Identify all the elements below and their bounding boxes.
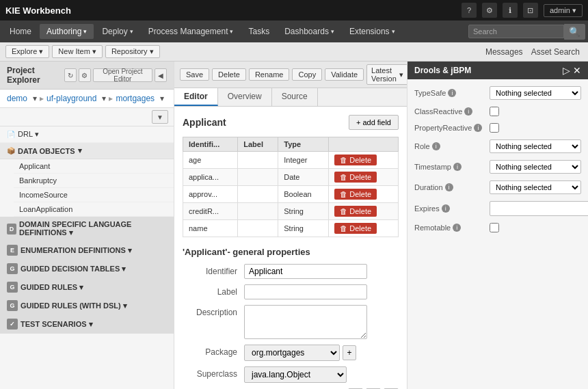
menu-home[interactable]: Home [3,24,38,39]
tab-overview[interactable]: Overview [218,88,272,106]
demo-arrow[interactable]: ▾ [33,94,37,103]
brand-area: KIE Workbench [5,5,71,16]
dsl-header[interactable]: D DOMAIN SPECIFIC LANGUAGE DEFINITIONS ▾ [0,217,174,241]
duration-info-icon[interactable]: i [445,183,453,191]
expand-all-button[interactable]: ▼ [152,110,168,124]
delete-approv-button[interactable]: 🗑 Delete [334,189,377,200]
classreactive-checkbox[interactable] [490,107,499,116]
right-panel-close-button[interactable]: ✕ [573,65,581,76]
package-select[interactable]: org.mortgages [244,345,340,361]
sidebar-collapse-button[interactable]: ◀ [155,68,167,82]
delete-age-button[interactable]: 🗑 Delete [334,155,377,165]
identifier-input[interactable] [244,264,367,279]
save-button[interactable]: Save [180,68,209,81]
col-identifier: Identifi... [183,137,238,152]
typesafe-info-icon[interactable]: i [448,89,456,97]
menu-extensions[interactable]: Extensions▾ [343,24,402,39]
data-objects-header[interactable]: 📦 DATA OBJECTS ▾ [0,143,174,159]
copy-button[interactable]: Copy [292,68,322,81]
expires-input[interactable] [490,201,588,216]
superclass-select[interactable]: java.lang.Object [244,366,347,383]
tab-source[interactable]: Source [272,88,318,106]
role-info-icon[interactable]: i [432,142,440,150]
enum-header[interactable]: E ENUMERATION DEFINITIONS ▾ [0,241,174,259]
typesafe-select[interactable]: Nothing selected [490,86,581,100]
breadcrumb-mortgages[interactable]: mortgages [116,94,155,103]
menu-dashboards[interactable]: Dashboards▾ [278,24,341,39]
explore-btn[interactable]: Explore ▾ [5,45,49,58]
grdsl-header[interactable]: G GUIDED RULES (WITH DSL) ▾ [0,297,174,314]
classreactive-info-icon[interactable]: i [464,107,472,116]
breadcrumb: demo ▾ ▸ uf-playground ▾ ▸ mortgages ▾ [0,90,174,108]
open-project-editor-button[interactable]: Open Project Editor [93,68,152,82]
form-row-label: Label [183,284,399,299]
rename-button[interactable]: Rename [249,68,290,81]
applicant-title: Applicant [183,117,226,128]
breadcrumb-playground[interactable]: uf-playground [46,94,96,103]
delete-toolbar-button[interactable]: Delete [212,68,246,81]
version-label: Latest Version [371,66,397,83]
row-label-creditr [238,203,278,220]
list-item-incomesource[interactable]: IncomeSource [14,188,174,202]
list-item-loanapplication[interactable]: LoanApplication [14,202,174,217]
refresh-button[interactable]: ↻ [64,68,77,82]
admin-menu-button[interactable]: admin ▾ [544,4,583,17]
data-objects-list: Applicant Bankruptcy IncomeSource LoanAp… [0,159,174,217]
mortgages-arrow[interactable]: ▾ [160,94,164,103]
gdt-header[interactable]: G GUIDED DECISION TABLES ▾ [0,260,174,278]
label-label: Label [183,284,244,297]
tab-editor[interactable]: Editor [174,88,218,106]
messages-link[interactable]: Messages [483,46,526,58]
main-layout: Project Explorer ↻ ⚙ Open Project Editor… [0,62,588,389]
package-add-button[interactable]: + [343,345,356,360]
window-button[interactable]: ⊡ [523,3,538,18]
timestamp-select[interactable]: Nothing selected [490,160,581,174]
delete-creditr-button[interactable]: 🗑 Delete [334,206,377,217]
delete-name-button[interactable]: 🗑 Delete [334,223,377,234]
package-label: Package [183,345,244,357]
role-select[interactable]: Nothing selected [490,139,581,153]
col-actions [329,137,399,152]
delete-applica-button[interactable]: 🗑 Delete [334,172,377,183]
version-selector[interactable]: Latest Version ▾ [366,64,407,85]
propertyreactive-info-icon[interactable]: i [474,124,482,132]
repository-btn[interactable]: Repository ▾ [105,45,160,58]
description-textarea[interactable] [244,305,367,339]
duration-select[interactable]: Nothing selected [490,180,581,194]
table-row: creditR... String 🗑 Delete [183,203,399,220]
timestamp-info-icon[interactable]: i [453,163,462,171]
list-item-bankruptcy[interactable]: Bankruptcy [14,174,174,188]
info-button[interactable]: ℹ [503,3,518,18]
search-input[interactable] [468,25,564,38]
list-item-applicant[interactable]: Applicant [14,159,174,174]
settings-button[interactable]: ⚙ [482,3,497,18]
settings-sidebar-button[interactable]: ⚙ [79,68,91,82]
propertyreactive-checkbox[interactable] [490,123,499,133]
remotable-checkbox[interactable] [490,223,499,232]
playground-arrow[interactable]: ▾ [102,94,106,103]
search-button[interactable]: 🔍 [564,24,585,40]
gr-header[interactable]: G GUIDED RULES ▾ [0,278,174,296]
drl-toggle[interactable]: 📄 DRL ▾ [0,126,174,143]
menu-process-management[interactable]: Process Management▾ [142,24,241,39]
row-action-creditr: 🗑 Delete [329,203,399,220]
menu-authoring[interactable]: Authoring▾ [40,24,94,39]
validate-button[interactable]: Validate [325,68,364,81]
asset-search-link[interactable]: Asset Search [529,46,583,58]
breadcrumb-sep1: ▸ [40,94,44,103]
editor-tabs: Editor Overview Source [174,88,407,107]
add-field-button[interactable]: + add field [349,115,399,130]
expires-info-icon[interactable]: i [442,204,450,213]
help-button[interactable]: ? [462,3,477,18]
remotable-info-icon[interactable]: i [453,224,461,232]
right-panel-body: TypeSafe i Nothing selected ClassReactiv… [407,79,588,246]
new-item-btn[interactable]: New Item ▾ [52,45,103,58]
search-area: 🔍 [468,24,585,40]
pm-arrow: ▾ [230,28,233,35]
right-panel-expand-button[interactable]: ▷ [563,65,570,76]
menu-deploy[interactable]: Deploy▾ [95,24,139,39]
label-input[interactable] [244,284,367,299]
menu-tasks[interactable]: Tasks [241,24,276,39]
ts-header[interactable]: ✓ TEST SCENARIOS ▾ [0,315,174,333]
breadcrumb-demo[interactable]: demo [7,94,27,103]
